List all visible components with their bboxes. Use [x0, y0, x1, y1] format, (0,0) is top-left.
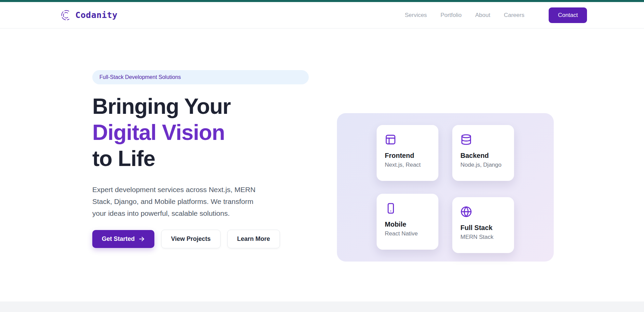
hero-heading: Bringing YourDigital Visionto Life [92, 93, 309, 172]
contact-button[interactable]: Contact [549, 7, 587, 23]
logo[interactable]: Codanity [60, 9, 117, 22]
hero-description: Expert development services across Next.… [92, 184, 268, 219]
next-section-strip [0, 301, 644, 312]
hero-badge: Full-Stack Development Solutions [92, 70, 309, 84]
tech-card-title: Full Stack [460, 224, 506, 232]
hero-heading-highlight: Digital Vision [92, 120, 309, 146]
nav-link-about[interactable]: About [475, 12, 490, 19]
nav-link-careers[interactable]: Careers [504, 12, 524, 19]
tech-card-title: Mobile [385, 221, 430, 228]
main-nav: Services Portfolio About Careers Contact [405, 7, 587, 23]
tech-card-subtitle: React Native [385, 230, 430, 237]
logo-text: Codanity [75, 10, 117, 20]
layout-icon [385, 134, 396, 145]
hero-heading-line3: to Life [92, 146, 309, 172]
tech-card-frontend[interactable]: Frontend Next.js, React [377, 125, 438, 181]
nav-link-portfolio[interactable]: Portfolio [440, 12, 461, 19]
tech-card-backend[interactable]: Backend Node.js, Django [452, 125, 514, 181]
tech-card-subtitle: Node.js, Django [460, 162, 506, 168]
database-icon [460, 134, 472, 145]
tech-panel: Frontend Next.js, React Backend Node.js,… [337, 113, 554, 262]
globe-icon [460, 206, 472, 217]
tech-card-grid: Frontend Next.js, React Backend Node.js,… [377, 125, 514, 250]
codanity-logo-icon [60, 9, 71, 22]
view-projects-button[interactable]: View Projects [161, 230, 221, 248]
nav-link-services[interactable]: Services [405, 12, 427, 19]
tech-card-title: Backend [460, 152, 506, 160]
get-started-button[interactable]: Get Started [92, 230, 154, 248]
hero-heading-line1: Bringing Your [92, 93, 309, 120]
hero-button-row: Get Started View Projects Learn More [92, 230, 309, 248]
learn-more-button[interactable]: Learn More [227, 230, 280, 248]
site-header: Codanity Services Portfolio About Career… [0, 2, 644, 28]
tech-card-fullstack[interactable]: Full Stack MERN Stack [452, 197, 514, 253]
hero-section: Full-Stack Development Solutions Bringin… [0, 28, 644, 262]
smartphone-icon [385, 203, 396, 214]
tech-card-mobile[interactable]: Mobile React Native [377, 194, 438, 250]
arrow-right-icon [138, 236, 145, 242]
tech-card-subtitle: Next.js, React [385, 162, 430, 168]
hero-right-column: Frontend Next.js, React Backend Node.js,… [337, 28, 554, 262]
tech-card-title: Frontend [385, 152, 430, 160]
hero-left-column: Full-Stack Development Solutions Bringin… [92, 28, 309, 262]
get-started-label: Get Started [102, 235, 135, 243]
tech-card-subtitle: MERN Stack [460, 234, 506, 241]
